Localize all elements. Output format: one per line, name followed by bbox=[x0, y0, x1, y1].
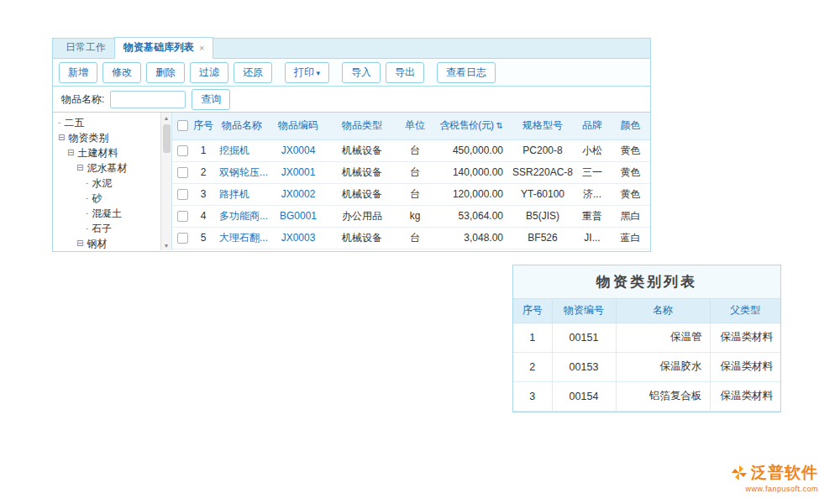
category-table: 序号物资编号名称父类型 100151保温管保温类材料200153保温胶水保温类材… bbox=[513, 299, 780, 412]
tab-label: 日常工作 bbox=[66, 40, 106, 55]
view-log-button[interactable]: 查看日志 bbox=[437, 62, 496, 83]
table-cell: 济... bbox=[575, 183, 609, 205]
export-button[interactable]: 导出 bbox=[386, 62, 424, 83]
tree-item[interactable]: ‐混凝土 bbox=[53, 206, 171, 221]
tab-materials-list[interactable]: 物资基础库列表 × bbox=[114, 37, 213, 59]
table-cell: 机械设备 bbox=[327, 139, 397, 161]
table-cell: 保温胶水 bbox=[616, 352, 710, 381]
scrollbar-thumb[interactable] bbox=[163, 124, 171, 153]
table-cell[interactable]: JX0004 bbox=[270, 139, 327, 161]
delete-button[interactable]: 删除 bbox=[146, 62, 185, 83]
materials-table-panel: 序号物品名称物品编码物品类型单位含税售价(元)⇅规格型号品牌颜色 1挖掘机JX0… bbox=[172, 113, 650, 250]
table-row[interactable]: 200153保温胶水保温类材料 bbox=[513, 352, 780, 381]
tree-item-label: 泥水基材 bbox=[87, 161, 127, 176]
table-cell[interactable]: JX0002 bbox=[270, 183, 327, 205]
tab-daily-work[interactable]: 日常工作 bbox=[57, 38, 114, 58]
column-header[interactable]: 含税售价(元)⇅ bbox=[433, 113, 510, 139]
tree-item[interactable]: ⊟土建材料 bbox=[53, 145, 171, 160]
table-cell: 蓝白 bbox=[609, 227, 650, 249]
tree-item-label: 钢材 bbox=[87, 237, 107, 251]
scroll-up-icon[interactable]: ▲ bbox=[161, 113, 171, 123]
table-row[interactable]: 1挖掘机JX0004机械设备台450,000.00PC200-8小松黄色 bbox=[172, 139, 650, 161]
table-cell[interactable]: 多功能商... bbox=[214, 205, 270, 227]
column-header[interactable]: 单位 bbox=[397, 113, 433, 139]
query-button[interactable]: 查询 bbox=[192, 89, 230, 110]
materials-header-row: 序号物品名称物品编码物品类型单位含税售价(元)⇅规格型号品牌颜色 bbox=[172, 113, 650, 139]
table-row[interactable]: 100151保温管保温类材料 bbox=[513, 323, 780, 352]
table-row[interactable]: 4多功能商...BG0001办公用品kg53,064.00B5(JIS)重普黑白 bbox=[172, 205, 650, 227]
table-cell: 00151 bbox=[552, 323, 616, 352]
brand-name: 泛普软件 bbox=[751, 462, 818, 484]
column-header[interactable]: 序号 bbox=[192, 113, 214, 139]
tree-item[interactable]: ⊟物资类别 bbox=[53, 130, 171, 145]
table-cell[interactable]: JX0003 bbox=[270, 227, 327, 249]
collapse-icon[interactable]: ⊟ bbox=[76, 239, 83, 248]
column-header[interactable]: 物品编码 bbox=[270, 113, 327, 139]
table-cell: BF526 bbox=[510, 227, 575, 249]
column-header[interactable]: 规格型号 bbox=[510, 113, 575, 139]
tree-item[interactable]: ‐二五 bbox=[53, 115, 171, 130]
tree-item[interactable]: ‐砂 bbox=[53, 191, 171, 206]
table-cell[interactable]: 大理石翻... bbox=[214, 227, 270, 249]
add-button[interactable]: 新增 bbox=[59, 62, 97, 83]
column-header[interactable]: 名称 bbox=[616, 299, 710, 323]
tree-item[interactable]: ⊟泥水基材 bbox=[53, 160, 171, 176]
tree-scrollbar[interactable]: ▲ ▼ bbox=[160, 113, 171, 250]
row-checkbox[interactable] bbox=[177, 211, 188, 222]
category-tree: ‐二五⊟物资类别⊟土建材料⊟泥水基材‐水泥‐砂‐混凝土‐石子⊟钢材 ▲ ▼ bbox=[53, 113, 172, 250]
row-checkbox[interactable] bbox=[177, 145, 188, 156]
import-button[interactable]: 导入 bbox=[342, 62, 381, 83]
table-cell[interactable]: JX0001 bbox=[270, 161, 327, 183]
collapse-icon[interactable]: ⊟ bbox=[58, 134, 65, 142]
column-header[interactable]: 父类型 bbox=[710, 299, 780, 323]
table-cell[interactable]: 挖掘机 bbox=[214, 139, 270, 161]
table-cell: 机械设备 bbox=[327, 183, 397, 205]
table-cell[interactable]: 双钢轮压... bbox=[214, 161, 270, 183]
table-cell: YT-60100 bbox=[510, 183, 575, 205]
table-cell: 黄色 bbox=[609, 139, 650, 161]
row-checkbox[interactable] bbox=[177, 233, 188, 244]
collapse-icon[interactable]: ⊟ bbox=[67, 149, 74, 157]
table-cell[interactable]: 路拌机 bbox=[214, 183, 270, 205]
table-cell: 3 bbox=[513, 381, 552, 411]
table-cell: 3 bbox=[192, 183, 214, 205]
select-all-checkbox[interactable] bbox=[177, 120, 188, 131]
table-cell[interactable]: BG0001 bbox=[270, 205, 327, 227]
filter-button[interactable]: 过滤 bbox=[190, 62, 228, 83]
row-checkbox[interactable] bbox=[177, 189, 188, 200]
materials-window: 日常工作 物资基础库列表 × 新增修改删除过滤还原打印 ▾导入导出查看日志 物品… bbox=[52, 38, 651, 252]
table-cell: 保温管 bbox=[616, 323, 710, 352]
restore-button[interactable]: 还原 bbox=[234, 62, 272, 83]
leaf-dash-icon: ‐ bbox=[58, 118, 60, 127]
collapse-icon[interactable]: ⊟ bbox=[76, 164, 83, 172]
column-header[interactable]: 品牌 bbox=[575, 113, 609, 139]
scroll-down-icon[interactable]: ▼ bbox=[161, 240, 171, 250]
column-header[interactable]: 物资编号 bbox=[552, 299, 616, 323]
column-header[interactable]: 序号 bbox=[513, 299, 552, 323]
table-row[interactable]: 300154铝箔复合板保温类材料 bbox=[513, 381, 780, 411]
close-icon[interactable]: × bbox=[199, 43, 204, 53]
edit-button[interactable]: 修改 bbox=[102, 62, 141, 83]
print-button[interactable]: 打印 ▾ bbox=[285, 62, 329, 83]
materials-table: 序号物品名称物品编码物品类型单位含税售价(元)⇅规格型号品牌颜色 1挖掘机JX0… bbox=[172, 113, 650, 249]
table-cell: JI... bbox=[575, 227, 609, 249]
tree-item[interactable]: ⊟钢材 bbox=[53, 236, 171, 250]
tab-label: 物资基础库列表 bbox=[123, 40, 194, 55]
tree-item[interactable]: ‐石子 bbox=[53, 221, 171, 236]
item-name-input[interactable] bbox=[110, 91, 186, 108]
table-cell: 120,000.00 bbox=[433, 183, 510, 205]
table-row[interactable]: 2双钢轮压...JX0001机械设备台140,000.00SSR220AC-8三… bbox=[172, 161, 650, 183]
sort-icon[interactable]: ⇅ bbox=[496, 121, 503, 130]
table-cell: 保温类材料 bbox=[710, 352, 780, 381]
tree-item[interactable]: ‐水泥 bbox=[53, 176, 171, 191]
table-cell: 3,048.00 bbox=[433, 227, 510, 249]
table-row[interactable]: 5大理石翻...JX0003机械设备台3,048.00BF526JI...蓝白 bbox=[172, 227, 650, 249]
item-name-label: 物品名称: bbox=[61, 92, 104, 107]
column-header[interactable]: 颜色 bbox=[609, 113, 650, 139]
column-header[interactable]: 物品类型 bbox=[327, 113, 397, 139]
table-row[interactable]: 3路拌机JX0002机械设备台120,000.00YT-60100济...黄色 bbox=[172, 183, 650, 205]
column-header[interactable]: 物品名称 bbox=[214, 113, 270, 139]
checkbox-cell bbox=[172, 139, 192, 161]
table-cell: 5 bbox=[192, 227, 214, 249]
row-checkbox[interactable] bbox=[177, 167, 188, 178]
